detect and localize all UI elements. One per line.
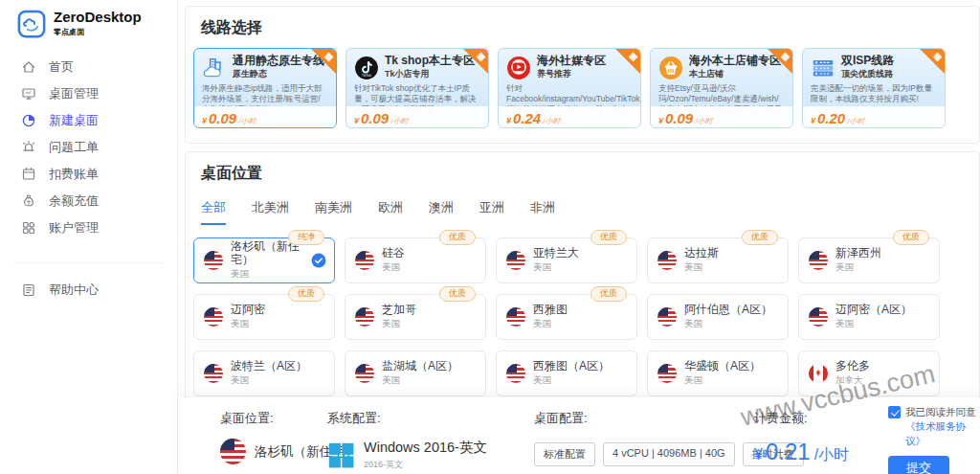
country-flag-icon xyxy=(355,251,374,270)
location-country: 加拿大 xyxy=(835,374,931,387)
location-card[interactable]: 优质 亚特兰大 美国 xyxy=(496,237,637,283)
quality-badge: 优质 xyxy=(742,230,778,245)
currency-symbol: ¥ xyxy=(202,116,207,125)
country-flag-icon xyxy=(657,251,677,270)
price-unit: /小时 xyxy=(390,116,408,126)
route-card[interactable]: 海外本土店铺专区 本土店铺 支持Etsy/亚马逊/沃尔玛/Ozon/Temu/e… xyxy=(650,48,793,128)
windows-logo-icon xyxy=(327,441,355,469)
app-logo[interactable]: ZeroDesktop 零点桌面 xyxy=(0,0,177,38)
location-card[interactable]: 西雅图（A区） 美国 xyxy=(496,350,637,396)
location-name: 多伦多 xyxy=(835,360,931,373)
server-stack-icon xyxy=(811,56,835,80)
location-card[interactable]: 纯净 洛杉矶（新住宅） 美国 xyxy=(193,237,335,283)
location-name: 新泽西州 xyxy=(835,247,931,260)
region-tab[interactable]: 非洲 xyxy=(530,199,555,225)
price-amount: 0.09 xyxy=(361,110,389,126)
route-card-price: ¥ 0.09 /小时 xyxy=(194,106,336,127)
config-tag[interactable]: 标准配置 xyxy=(534,442,595,466)
location-card[interactable]: 优质 芝加哥 美国 xyxy=(345,294,486,340)
sidebar-item[interactable]: 扣费账单 xyxy=(0,161,177,188)
sidebar-item-label: 新建桌面 xyxy=(49,112,99,129)
route-card-list: 通用静态原生专线 原生静态 海外原生静态ip线路，适用于大部分海外场景，支付注册… xyxy=(186,38,979,128)
country-flag-icon xyxy=(506,364,525,383)
region-tab[interactable]: 南美洲 xyxy=(315,199,352,225)
region-tabs: 全部 北美洲 南美洲 欧洲 澳洲 亚洲 非洲 xyxy=(186,184,979,225)
building-cloud-icon xyxy=(202,56,227,80)
billing-amount-row: ¥ 0.21 /小时 xyxy=(754,439,849,465)
currency-symbol: ¥ xyxy=(354,116,359,125)
route-card-title: Tk shop本土专区 xyxy=(385,55,475,67)
location-country: 美国 xyxy=(684,261,780,274)
quality-badge: 优质 xyxy=(439,230,476,245)
location-card[interactable]: 迈阿密（A区） 美国 xyxy=(798,294,940,340)
price-unit: /小时 xyxy=(543,116,560,126)
billing-amount: 0.21 xyxy=(766,439,811,465)
corner-ribbon-icon xyxy=(768,49,792,74)
location-card[interactable]: 阿什伯恩（A区） 美国 xyxy=(647,294,789,340)
route-card[interactable]: 双ISP线路 顶尖优质线路 完美适配一切的场景，因为IP数量限制，本线路仅支持按… xyxy=(802,48,946,128)
bill-icon xyxy=(21,167,36,182)
country-flag-icon xyxy=(355,364,374,383)
price-unit: /小时 xyxy=(238,116,256,126)
location-country: 美国 xyxy=(231,318,326,330)
location-card[interactable]: 优质 西雅图 美国 xyxy=(496,294,637,340)
location-name: 阿什伯恩（A区） xyxy=(684,304,780,317)
sidebar-item[interactable]: 新建桌面 xyxy=(0,107,177,134)
location-card[interactable]: 多伦多 加拿大 xyxy=(798,350,940,396)
youtube-icon xyxy=(506,56,531,80)
route-card-subtitle: 顶尖优质线路 xyxy=(841,68,894,80)
location-country: 美国 xyxy=(835,318,931,330)
location-card[interactable]: 优质 硅谷 美国 xyxy=(345,237,486,283)
location-country: 美国 xyxy=(684,318,780,330)
route-select-panel: 线路选择 通用静态原生专线 原生静态 海外原生静态ip线路，适用于大部分海外场景… xyxy=(185,6,980,144)
config-tag[interactable]: 4 vCPU | 4096MB | 40G xyxy=(603,442,735,466)
sidebar-item[interactable]: 余额充值 xyxy=(0,188,177,214)
sidebar-item-help[interactable]: 帮助中心 xyxy=(0,277,177,304)
agreement-checkbox[interactable] xyxy=(888,406,901,418)
location-name: 盐湖城（A区） xyxy=(382,360,478,373)
currency-symbol: ¥ xyxy=(506,116,511,125)
location-name: 西雅图（A区） xyxy=(533,360,629,373)
currency-symbol: ¥ xyxy=(811,116,815,125)
sidebar-item[interactable]: 账户管理 xyxy=(0,214,177,241)
location-country: 美国 xyxy=(684,374,780,387)
location-name: 硅谷 xyxy=(382,247,478,260)
submit-button[interactable]: 提交 xyxy=(888,456,949,474)
location-name: 亚特兰大 xyxy=(533,247,629,260)
region-tab[interactable]: 澳洲 xyxy=(429,199,454,225)
order-summary-bar: 桌面位置: 洛杉矶（新住宅） 系统配置: Windows 2016-英文 201… xyxy=(178,397,980,474)
location-card[interactable]: 盐湖城（A区） 美国 xyxy=(345,350,486,396)
sidebar-item[interactable]: 首页 xyxy=(0,54,177,80)
region-tab[interactable]: 北美洲 xyxy=(252,199,289,225)
route-card[interactable]: 通用静态原生专线 原生静态 海外原生静态ip线路，适用于大部分海外场景，支付注册… xyxy=(193,48,337,128)
pie-chart-icon xyxy=(21,113,36,128)
location-card[interactable]: 波特兰（A区） 美国 xyxy=(193,350,335,396)
region-tab[interactable]: 全部 xyxy=(201,199,226,225)
agreement-link[interactable]: 《技术服务协议》 xyxy=(905,420,966,446)
sidebar-item[interactable]: 问题工单 xyxy=(0,134,177,161)
location-card[interactable]: 优质 达拉斯 美国 xyxy=(647,237,789,283)
route-card[interactable]: 海外社媒专区 养号推荐 针对Facebook/instagram/YouTube… xyxy=(498,48,641,128)
quality-badge: 纯净 xyxy=(288,230,324,245)
location-card[interactable]: 华盛顿（A区） 美国 xyxy=(647,350,789,396)
route-card-price: ¥ 0.09 /小时 xyxy=(346,106,488,127)
route-section-title: 线路选择 xyxy=(186,7,979,38)
sidebar-item[interactable]: 桌面管理 xyxy=(0,80,177,107)
corner-ribbon-icon xyxy=(311,49,336,74)
sidebar-item-label: 问题工单 xyxy=(49,139,99,156)
route-card[interactable]: TikTok Tk shop本土专区 Tk小店专用 针对TikTok shop优… xyxy=(345,48,489,128)
location-name: 波特兰（A区） xyxy=(231,360,326,373)
desktop-icon xyxy=(21,86,36,102)
location-card[interactable]: 优质 迈阿密 美国 xyxy=(193,294,335,340)
summary-system-sub: 2016-英文 xyxy=(364,459,487,471)
country-flag-icon xyxy=(506,251,525,270)
route-card-price: ¥ 0.09 /小时 xyxy=(651,106,792,127)
region-tab[interactable]: 亚洲 xyxy=(479,199,504,225)
quality-badge: 优质 xyxy=(288,286,324,302)
region-tab[interactable]: 欧洲 xyxy=(378,199,403,225)
price-unit: /小时 xyxy=(847,116,864,126)
location-card[interactable]: 优质 新泽西州 美国 xyxy=(798,237,940,283)
location-country: 美国 xyxy=(382,374,478,387)
country-flag-icon xyxy=(809,364,828,383)
sidebar-menu: 首页 桌面管理 新建桌面 问题工单 xyxy=(0,54,177,304)
